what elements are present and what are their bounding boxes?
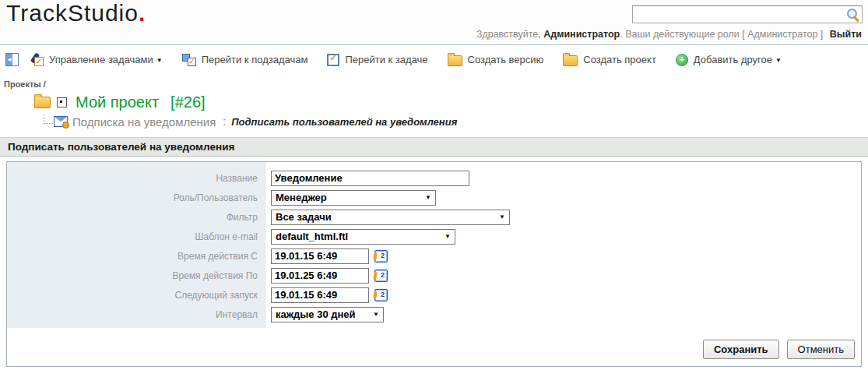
form-row-email-template: Шаблон e-mail default_html.ftl [7, 227, 861, 246]
field-label: Время действия С [7, 251, 265, 262]
tree-expander-icon[interactable] [57, 97, 67, 107]
toolbar-item-label: Создать версию [468, 54, 544, 65]
logout-link[interactable]: Выйти [830, 29, 862, 40]
save-button[interactable]: Сохранить [703, 340, 779, 359]
toolbar-item-label: Перейти к задаче [345, 54, 427, 65]
field-label: Следующий запуск [7, 290, 265, 301]
field-value-cell: Все задачи [265, 210, 510, 225]
email-template-select[interactable]: default_html.ftl [271, 229, 455, 245]
field-value-cell: 2 [265, 248, 388, 264]
field-value-cell: Менеджер [265, 190, 436, 206]
form-row-filter: Фильтр Все задачи [7, 207, 861, 227]
subscription-icon [54, 116, 68, 127]
manage-tasks-icon [29, 53, 44, 66]
calendar-icon[interactable]: 2 [374, 250, 388, 263]
calendar-icon-glyph: 2 [381, 291, 385, 298]
logo: TrackStudio. [6, 0, 146, 26]
collapse-sidebar-icon [5, 53, 19, 66]
tree-rule-row: Подписка на уведомления : Подписать поль… [44, 113, 868, 130]
role-user-select[interactable]: Менеджер [271, 190, 436, 206]
greeting-hello: Здравствуйте, [476, 29, 541, 40]
name-input[interactable] [271, 171, 469, 186]
tree-project-row: Мой проект [#26] [34, 92, 868, 112]
logo-dot: . [139, 0, 146, 26]
filter-selected-value: Все задачи [276, 211, 332, 223]
email-template-selected-value: default_html.ftl [276, 231, 348, 242]
toolbar-item-label: Добавить другое [694, 54, 782, 65]
field-value-cell: 2 [265, 287, 388, 303]
page: TrackStudio. Здравствуйте, Администратор… [0, 0, 868, 367]
field-label: Шаблон e-mail [7, 231, 265, 242]
next-run-input[interactable] [271, 287, 369, 303]
toolbar-item-go-to-task[interactable]: Перейти к задаче [327, 54, 427, 66]
field-label: Название [7, 173, 265, 184]
form-row-valid-from: Время действия С 2 [7, 246, 861, 266]
tree-elbow-connector [44, 114, 53, 124]
rule-separator: : [223, 115, 226, 128]
logo-text: TrackStudio [6, 0, 139, 26]
toolbar: Управление задачами Перейти к подзадачам… [0, 45, 868, 74]
toolbar-item-label: Управление задачами [49, 54, 163, 65]
form-area: Название Роль/Пользователь Менеджер Филь… [7, 162, 861, 328]
greeting-roles-text: . Ваши действующие роли [620, 29, 740, 40]
search-icon[interactable] [846, 8, 859, 21]
toolbar-item-label: Создать проект [583, 54, 656, 65]
toolbar-item-go-to-subtasks[interactable]: Перейти к подзадачам [182, 54, 308, 66]
calendar-icon[interactable]: 2 [374, 289, 388, 301]
valid-to-input[interactable] [271, 268, 369, 284]
project-id: [#26] [170, 93, 205, 111]
toolbar-item-label: Перейти к подзадачам [202, 54, 308, 65]
cancel-button[interactable]: Отменить [787, 340, 855, 359]
calendar-icon[interactable]: 2 [374, 270, 388, 282]
form-row-role-user: Роль/Пользователь Менеджер [7, 188, 861, 207]
field-label: Роль/Пользователь [7, 192, 265, 203]
toolbar-item-create-project[interactable]: Создать проект [563, 53, 656, 66]
folder-icon [448, 55, 462, 66]
form-row-name: Название [7, 168, 861, 188]
search-box [632, 5, 863, 23]
breadcrumb[interactable]: Проекты / [4, 79, 868, 89]
folder-icon [563, 55, 578, 66]
section-title-bar: Подписать пользователей на уведомления [0, 137, 868, 157]
interval-selected-value: каждые 30 дней [276, 308, 356, 320]
rule-name-link[interactable]: Подписка на уведомления [72, 115, 216, 129]
form-panel: Название Роль/Пользователь Менеджер Филь… [6, 161, 862, 367]
calendar-icon-glyph: 2 [381, 252, 385, 259]
form-row-interval: Интервал каждые 30 дней [7, 305, 861, 324]
interval-select[interactable]: каждые 30 дней [271, 307, 384, 322]
field-label: Интервал [7, 309, 265, 320]
field-value-cell: 2 [265, 268, 388, 284]
field-value-cell: default_html.ftl [265, 229, 455, 245]
project-name-link[interactable]: Мой проект [76, 93, 159, 111]
greeting-username: Администратор [543, 29, 620, 40]
project-folder-icon [34, 97, 51, 108]
calendar-icon-glyph: 2 [381, 271, 385, 279]
add-icon [676, 54, 688, 66]
role-user-selected-value: Менеджер [276, 192, 327, 203]
search-input[interactable] [633, 8, 846, 21]
field-label: Фильтр [7, 212, 265, 223]
filter-select[interactable]: Все задачи [271, 210, 510, 225]
task-icon [327, 54, 339, 66]
toolbar-item-create-version[interactable]: Создать версию [448, 53, 544, 66]
field-value-cell [265, 171, 469, 186]
toolbar-item-manage-tasks[interactable]: Управление задачами [29, 53, 163, 66]
field-value-cell: каждые 30 дней [265, 307, 384, 322]
form-row-next-run: Следующий запуск 2 [7, 285, 861, 305]
header: TrackStudio. Здравствуйте, Администратор… [0, 0, 868, 45]
field-label: Время действия По [7, 270, 265, 281]
toolbar-item-add-other[interactable]: Добавить другое [676, 54, 782, 66]
form-row-valid-to: Время действия По 2 [7, 266, 861, 285]
form-footer: Сохранить Отменить [7, 328, 861, 366]
collapse-sidebar-button[interactable] [5, 53, 19, 66]
greeting: Здравствуйте, Администратор. Ваши действ… [476, 29, 862, 40]
rule-action-title: Подписать пользователей на уведомления [231, 116, 457, 128]
valid-from-input[interactable] [271, 248, 369, 264]
greeting-role-bracketed: [ Администратор ] [742, 29, 823, 40]
subtasks-icon [182, 54, 196, 66]
search-icon-handle [853, 16, 859, 23]
